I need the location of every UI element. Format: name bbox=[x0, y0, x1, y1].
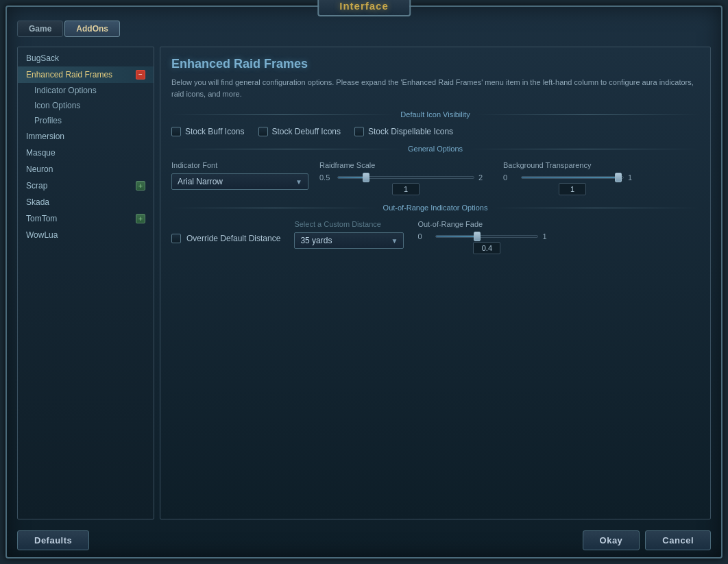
oor-fade-min: 0 bbox=[417, 232, 431, 241]
section-label-general: General Options bbox=[408, 145, 463, 153]
dropdown-arrow-icon: ▼ bbox=[295, 178, 302, 186]
indicator-font-value: Arial Narrow bbox=[178, 177, 223, 186]
sidebar-item-indicator-options[interactable]: Indicator Options bbox=[18, 83, 154, 98]
cancel-button[interactable]: Cancel bbox=[645, 530, 711, 550]
custom-distance-arrow-icon: ▼ bbox=[391, 237, 398, 245]
checkbox-stock-buff-box[interactable] bbox=[171, 127, 181, 136]
bg-transparency-label: Background Transparency bbox=[503, 161, 642, 169]
confirm-buttons: Okay Cancel bbox=[583, 530, 711, 550]
indicator-font-dropdown[interactable]: Arial Narrow ▼ bbox=[171, 173, 308, 190]
checkbox-stock-dispellable[interactable]: Stock Dispellable Icons bbox=[354, 127, 453, 136]
sidebar: BugSack Enhanced Raid Frames − Indicator… bbox=[17, 47, 154, 519]
section-label-icon-visibility: Default Icon Visibility bbox=[400, 110, 470, 119]
bg-transparency-track[interactable] bbox=[521, 176, 624, 179]
content-description: Below you will find general configuratio… bbox=[171, 77, 699, 99]
expand-tomtom-button[interactable]: + bbox=[136, 214, 145, 223]
section-divider-general: General Options bbox=[171, 145, 699, 153]
divider-line-oor-left bbox=[171, 208, 378, 208]
override-distance-block: Override Default Distance bbox=[171, 220, 280, 243]
tab-row: Game AddOns bbox=[17, 21, 120, 37]
bg-transparency-min: 0 bbox=[503, 173, 517, 182]
bg-transparency-block: Background Transparency 0 1 1 bbox=[503, 161, 642, 195]
indicator-font-block: Indicator Font Arial Narrow ▼ bbox=[171, 161, 308, 190]
sidebar-item-masque[interactable]: Masque bbox=[18, 145, 154, 161]
bg-transparency-max: 1 bbox=[628, 173, 642, 182]
custom-distance-value: 35 yards bbox=[300, 236, 332, 245]
oor-options-grid: Override Default Distance Select a Custo… bbox=[171, 220, 699, 254]
raidframe-scale-track[interactable] bbox=[337, 176, 474, 179]
tab-addons[interactable]: AddOns bbox=[64, 21, 120, 37]
sidebar-item-enhanced-raid-frames[interactable]: Enhanced Raid Frames − bbox=[18, 66, 154, 83]
divider-line-gen-right bbox=[468, 149, 699, 149]
divider-line-left bbox=[171, 114, 395, 115]
custom-distance-block: Select a Custom Distance 35 yards ▼ bbox=[294, 220, 404, 249]
sidebar-item-scrap[interactable]: Scrap + bbox=[18, 177, 154, 194]
expand-scrap-button[interactable]: + bbox=[136, 181, 145, 191]
section-divider-icon-visibility: Default Icon Visibility bbox=[171, 110, 699, 119]
raidframe-scale-min: 0.5 bbox=[319, 173, 333, 182]
oor-fade-slider-container: 0 1 0.4 bbox=[417, 232, 556, 254]
icon-visibility-options: Stock Buff Icons Stock Debuff Icons Stoc… bbox=[171, 127, 699, 136]
checkbox-stock-buff[interactable]: Stock Buff Icons bbox=[171, 127, 245, 136]
sidebar-item-icon-options[interactable]: Icon Options bbox=[18, 98, 154, 113]
divider-line-oor-right bbox=[493, 208, 699, 208]
checkbox-stock-buff-label: Stock Buff Icons bbox=[185, 127, 245, 136]
window-title: Interface bbox=[339, 0, 389, 12]
sidebar-item-tomtom[interactable]: TomTom + bbox=[18, 210, 154, 227]
checkbox-stock-debuff-box[interactable] bbox=[258, 127, 268, 136]
main-area: BugSack Enhanced Raid Frames − Indicator… bbox=[17, 47, 711, 519]
override-distance-checkbox[interactable] bbox=[171, 234, 181, 243]
tab-game[interactable]: Game bbox=[17, 21, 63, 37]
sidebar-item-neuron[interactable]: Neuron bbox=[18, 161, 154, 177]
bg-transparency-value: 1 bbox=[559, 183, 586, 195]
oor-fade-max: 1 bbox=[542, 232, 556, 241]
divider-line-right bbox=[476, 114, 699, 115]
divider-line-gen-left bbox=[171, 149, 402, 149]
bottom-bar: Defaults Okay Cancel bbox=[17, 530, 711, 550]
oor-fade-value: 0.4 bbox=[473, 242, 500, 254]
custom-distance-dropdown[interactable]: 35 yards ▼ bbox=[294, 232, 404, 249]
sidebar-item-profiles[interactable]: Profiles bbox=[18, 113, 154, 128]
raidframe-scale-label: Raidframe Scale bbox=[319, 161, 492, 169]
general-options-grid: Indicator Font Arial Narrow ▼ Raidframe … bbox=[171, 161, 699, 195]
oor-fade-label: Out-of-Range Fade bbox=[417, 220, 556, 228]
sidebar-item-skada[interactable]: Skada bbox=[18, 194, 154, 210]
okay-button[interactable]: Okay bbox=[583, 530, 640, 550]
checkbox-stock-dispellable-box[interactable] bbox=[354, 127, 364, 136]
bg-transparency-slider-row: 0 1 bbox=[503, 173, 642, 182]
checkbox-stock-debuff[interactable]: Stock Debuff Icons bbox=[258, 127, 341, 136]
section-divider-oor: Out-of-Range Indicator Options bbox=[171, 204, 699, 212]
oor-fade-track[interactable] bbox=[435, 235, 538, 238]
sidebar-item-immersion[interactable]: Immersion bbox=[18, 128, 154, 145]
window-title-bar: Interface bbox=[317, 0, 411, 16]
sidebar-item-wowlua[interactable]: WowLua bbox=[18, 227, 154, 243]
content-title: Enhanced Raid Frames bbox=[171, 57, 699, 71]
oor-fade-slider-row: 0 1 bbox=[417, 232, 556, 241]
collapse-button[interactable]: − bbox=[136, 70, 145, 79]
raidframe-scale-slider-container: 0.5 2 1 bbox=[319, 173, 492, 195]
defaults-button[interactable]: Defaults bbox=[17, 530, 89, 550]
oor-fade-block: Out-of-Range Fade 0 1 0.4 bbox=[417, 220, 556, 254]
section-label-oor: Out-of-Range Indicator Options bbox=[383, 204, 488, 212]
indicator-font-label: Indicator Font bbox=[171, 161, 308, 169]
checkbox-stock-dispellable-label: Stock Dispellable Icons bbox=[368, 127, 453, 136]
raidframe-scale-slider-row: 0.5 2 bbox=[319, 173, 492, 182]
content-panel: Enhanced Raid Frames Below you will find… bbox=[160, 47, 711, 519]
sidebar-item-bugsack[interactable]: BugSack bbox=[18, 50, 154, 66]
override-distance-label: Override Default Distance bbox=[186, 234, 280, 243]
raidframe-scale-value: 1 bbox=[392, 183, 420, 195]
bg-transparency-slider-container: 0 1 1 bbox=[503, 173, 642, 195]
custom-distance-label: Select a Custom Distance bbox=[294, 220, 404, 228]
raidframe-scale-block: Raidframe Scale 0.5 2 1 bbox=[319, 161, 492, 195]
checkbox-stock-debuff-label: Stock Debuff Icons bbox=[272, 127, 341, 136]
raidframe-scale-max: 2 bbox=[478, 173, 492, 182]
